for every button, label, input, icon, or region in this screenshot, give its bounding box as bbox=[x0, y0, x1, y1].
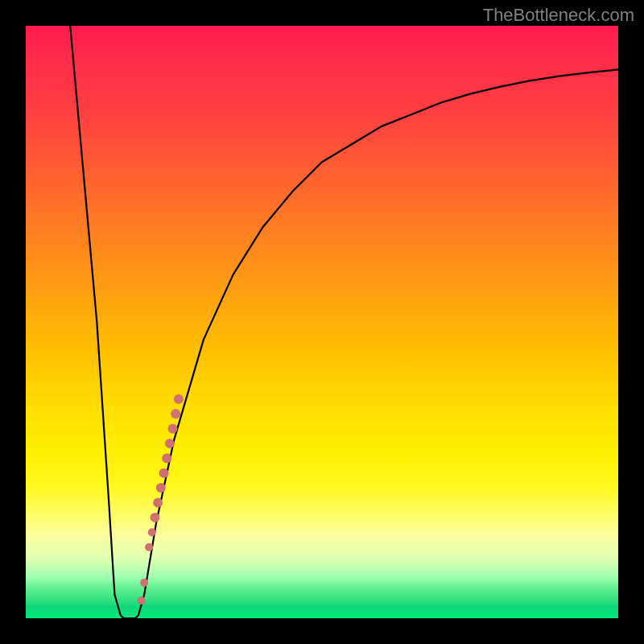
data-dots bbox=[138, 394, 184, 605]
data-dot bbox=[148, 528, 156, 536]
chart-container: TheBottleneck.com bbox=[0, 0, 644, 644]
data-dot bbox=[150, 513, 159, 522]
data-dot bbox=[174, 394, 184, 404]
plot-area bbox=[26, 26, 618, 618]
data-dot bbox=[159, 469, 168, 478]
data-dot bbox=[171, 409, 180, 419]
data-dot bbox=[153, 497, 163, 507]
data-dot bbox=[156, 483, 166, 493]
data-dot bbox=[138, 597, 146, 605]
data-dot bbox=[145, 543, 153, 551]
watermark-text: TheBottleneck.com bbox=[483, 5, 634, 26]
data-dot bbox=[162, 453, 171, 463]
data-dot bbox=[140, 579, 148, 587]
data-dot bbox=[168, 423, 178, 433]
chart-svg bbox=[26, 26, 618, 618]
data-dot bbox=[165, 439, 175, 448]
